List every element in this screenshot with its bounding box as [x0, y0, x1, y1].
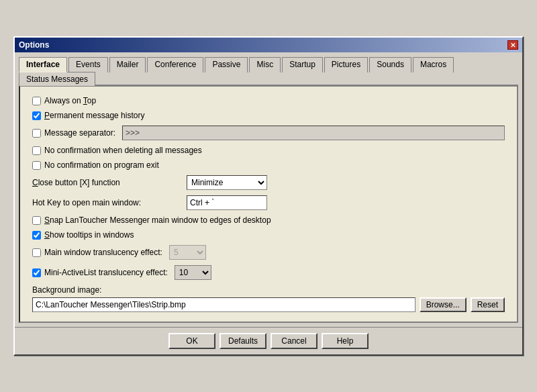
- mini-translucency-select[interactable]: 1234 5678 910: [175, 265, 211, 280]
- title-bar-controls: ✕: [507, 40, 518, 50]
- cancel-button[interactable]: Cancel: [271, 333, 318, 349]
- footer-bar: OK Defaults Cancel Help: [15, 327, 522, 354]
- no-confirm-exit-text: No confirmation on program exit: [44, 160, 159, 170]
- no-confirm-exit-checkbox[interactable]: [32, 161, 41, 170]
- background-image-label: Background image:: [32, 285, 505, 295]
- window-close-button[interactable]: ✕: [507, 40, 518, 50]
- tab-interface[interactable]: Interface: [19, 57, 67, 72]
- show-tooltips-label[interactable]: Show tooltips in windows: [32, 230, 134, 240]
- permanent-history-checkbox[interactable]: [32, 111, 41, 120]
- tab-bar: Interface Events Mailer Conference Passi…: [19, 56, 518, 86]
- no-confirm-delete-row: No confirmation when deleting all messag…: [32, 146, 505, 155]
- tab-conference[interactable]: Conference: [147, 57, 203, 72]
- hotkey-row: Hot Key to open main window:: [32, 195, 505, 210]
- title-bar: Options ✕: [15, 38, 522, 52]
- always-on-top-checkbox[interactable]: [32, 97, 41, 105]
- message-separator-checkbox[interactable]: [32, 129, 41, 138]
- tab-startup[interactable]: Startup: [282, 57, 323, 72]
- tab-pictures[interactable]: Pictures: [324, 57, 368, 72]
- snap-window-label[interactable]: Snap LanToucher Messenger main window to…: [32, 215, 271, 225]
- tab-status-messages[interactable]: Status Messages: [19, 72, 95, 86]
- no-confirm-exit-label[interactable]: No confirmation on program exit: [32, 160, 159, 170]
- snap-window-checkbox[interactable]: [32, 216, 41, 225]
- no-confirm-delete-label[interactable]: No confirmation when deleting all messag…: [32, 146, 202, 155]
- mini-translucency-row: Mini-ActiveList translucency effect: 123…: [32, 265, 505, 280]
- message-separator-row: Message separator:: [32, 126, 505, 140]
- defaults-button[interactable]: Defaults: [219, 333, 266, 349]
- no-confirm-delete-checkbox[interactable]: [32, 146, 41, 155]
- tab-events[interactable]: Events: [68, 57, 108, 72]
- snap-window-row: Snap LanToucher Messenger main window to…: [32, 215, 505, 225]
- no-confirm-exit-row: No confirmation on program exit: [32, 160, 505, 170]
- content-area: Always on Top Permanent message history …: [19, 86, 518, 323]
- main-translucency-checkbox[interactable]: [32, 248, 41, 257]
- close-button-row: Close button [X] function Minimize Close…: [32, 175, 505, 190]
- close-button-select[interactable]: Minimize Close Hide to tray: [187, 175, 267, 190]
- always-on-top-row: Always on Top: [32, 96, 505, 105]
- close-button-label: Close button [X] function: [32, 178, 180, 187]
- background-image-controls: Browse... Reset: [32, 297, 505, 312]
- options-window: Options ✕ Interface Events Mailer Confer…: [13, 36, 524, 356]
- tab-sounds[interactable]: Sounds: [369, 57, 411, 72]
- tab-passive[interactable]: Passive: [205, 57, 248, 72]
- ok-button[interactable]: OK: [168, 333, 215, 349]
- tab-mailer[interactable]: Mailer: [109, 57, 146, 72]
- main-translucency-row: Main window translucency effect: 5: [32, 245, 505, 260]
- hotkey-input[interactable]: [187, 195, 267, 210]
- window-title: Options: [19, 40, 49, 50]
- reset-button[interactable]: Reset: [471, 297, 505, 312]
- tab-misc[interactable]: Misc: [249, 57, 281, 72]
- hotkey-label: Hot Key to open main window:: [32, 198, 180, 207]
- no-confirm-delete-text: No confirmation when deleting all messag…: [44, 146, 202, 155]
- show-tooltips-checkbox[interactable]: [32, 231, 41, 240]
- show-tooltips-row: Show tooltips in windows: [32, 230, 505, 240]
- browse-button[interactable]: Browse...: [420, 297, 467, 312]
- main-translucency-select[interactable]: 5: [169, 245, 206, 260]
- message-separator-label[interactable]: Message separator:: [32, 128, 115, 138]
- permanent-history-row: Permanent message history: [32, 111, 505, 120]
- help-button[interactable]: Help: [322, 333, 369, 349]
- tab-macros[interactable]: Macros: [413, 57, 454, 72]
- mini-translucency-checkbox[interactable]: [32, 268, 41, 277]
- always-on-top-label[interactable]: Always on Top: [32, 96, 96, 105]
- permanent-history-label[interactable]: Permanent message history: [32, 111, 144, 120]
- mini-translucency-label[interactable]: Mini-ActiveList translucency effect:: [32, 268, 168, 277]
- message-separator-input[interactable]: [122, 126, 505, 140]
- background-image-row: Background image: Browse... Reset: [32, 285, 505, 312]
- background-image-path-input[interactable]: [32, 297, 416, 312]
- main-translucency-label[interactable]: Main window translucency effect:: [32, 248, 162, 257]
- window-body: Interface Events Mailer Conference Passi…: [15, 52, 522, 327]
